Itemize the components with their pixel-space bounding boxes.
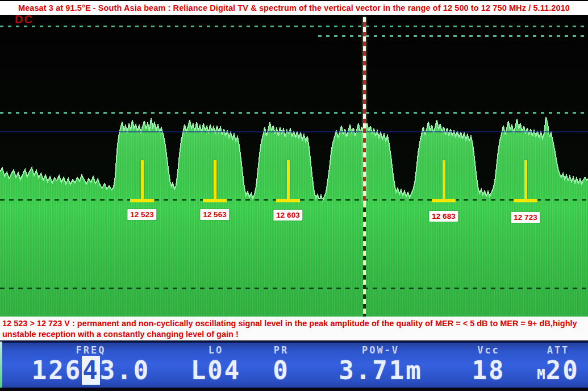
frequency-value-input[interactable]: 12643.0 xyxy=(0,356,182,385)
statusbar-field-label: POW-V xyxy=(312,344,449,356)
statusbar-field-value: 0 xyxy=(250,356,312,385)
banner-title-text: Measat 3 at 91.5°E - South Asia beam : R… xyxy=(18,3,570,13)
marker-base-bar xyxy=(432,199,456,202)
statusbar-field-pow-v: POW-V 3.71m xyxy=(312,343,449,391)
statusbar-field-value: M20 xyxy=(528,356,588,389)
meter-screen: DC 12 523 12 563 12 603 12 683 12 723 Me… xyxy=(0,0,588,391)
value-small-prefix: M xyxy=(537,367,545,382)
frequency-marker: 12 563 xyxy=(198,0,232,227)
cursor-line-upper xyxy=(363,17,366,202)
frequency-marker: 12 523 xyxy=(125,0,159,227)
statusbar-field-label: LO xyxy=(182,344,250,356)
marker-stem-line xyxy=(524,160,527,199)
edit-cursor-digit[interactable]: 4 xyxy=(82,356,100,385)
dotted-gridline-dark xyxy=(0,288,588,289)
marker-frequency-label: 12 523 xyxy=(127,209,156,220)
dc-label: DC xyxy=(15,13,34,26)
marker-stem-line xyxy=(214,160,216,199)
caption-band: 12 523 > 12 723 V : permanent and non-cy… xyxy=(0,317,588,342)
marker-frequency-label: 12 683 xyxy=(429,211,458,222)
caption-line-1: 12 523 > 12 723 V : permanent and non-cy… xyxy=(2,318,588,329)
marker-stem-line xyxy=(141,160,144,199)
frequency-marker: 12 723 xyxy=(508,0,543,227)
statusbar-field-value: 18 xyxy=(449,356,528,385)
statusbar-field-freq: FREQ 12643.0 xyxy=(0,343,182,391)
bottom-bezel xyxy=(0,388,588,391)
marker-frequency-label: 12 723 xyxy=(511,212,540,223)
statusbar-field-value: L04 xyxy=(182,356,250,385)
marker-stem-line xyxy=(443,160,445,199)
statusbar-field-value: 3.71m xyxy=(312,356,449,385)
marker-base-bar xyxy=(276,199,300,202)
cursor-line-lower xyxy=(363,202,366,317)
marker-base-bar xyxy=(130,199,154,202)
marker-frequency-label: 12 603 xyxy=(273,210,302,221)
marker-stem-line xyxy=(287,160,290,199)
statusbar-field-label: Vcc xyxy=(449,344,528,356)
marker-base-bar xyxy=(514,199,537,202)
statusbar-field-vcc: Vcc 18 xyxy=(449,343,528,391)
caption-line-2: unstable reception with a constantly cha… xyxy=(2,329,588,340)
status-bar: FREQ 12643.0 LO L04 PR 0 POW-V 3.71m Vcc… xyxy=(0,342,588,391)
statusbar-field-att: ATT M20 xyxy=(528,343,588,391)
statusbar-field-label: ATT xyxy=(528,344,588,356)
title-banner: Measat 3 at 91.5°E - South Asia beam : R… xyxy=(0,0,588,15)
frequency-marker: 12 603 xyxy=(271,0,305,227)
frequency-marker: 12 683 xyxy=(427,0,461,227)
marker-base-bar xyxy=(203,199,227,202)
statusbar-field-pr: PR 0 xyxy=(250,343,312,391)
statusbar-field-label: FREQ xyxy=(0,344,182,356)
marker-frequency-label: 12 563 xyxy=(200,209,229,220)
statusbar-edge-artifact xyxy=(0,342,2,391)
statusbar-field-lo: LO L04 xyxy=(182,343,250,391)
statusbar-field-label: PR xyxy=(250,344,312,356)
